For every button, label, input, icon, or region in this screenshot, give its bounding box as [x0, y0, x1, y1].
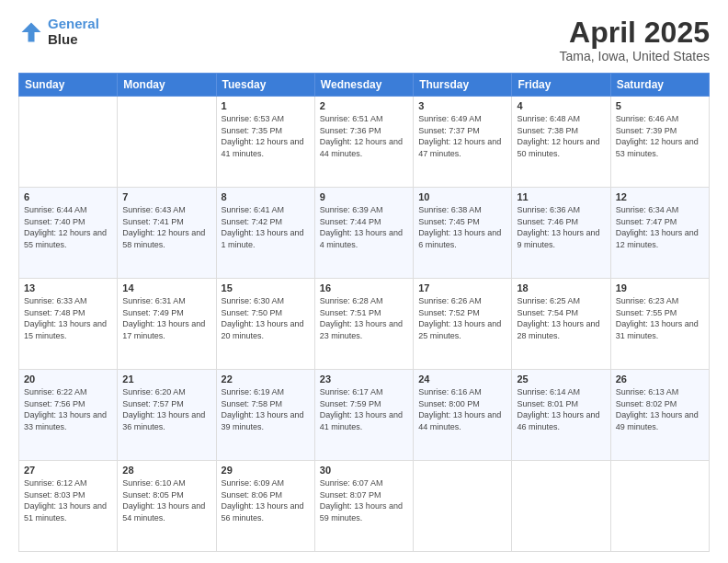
col-tuesday: Tuesday: [216, 74, 314, 97]
day-number: 29: [222, 465, 310, 476]
calendar-cell: 28 Sunrise: 6:10 AMSunset: 8:05 PMDaylig…: [118, 461, 216, 552]
day-number: 8: [222, 191, 310, 202]
day-number: 3: [418, 100, 506, 111]
day-info: Sunrise: 6:36 AMSunset: 7:46 PMDaylight:…: [517, 204, 605, 250]
calendar-cell: [118, 97, 216, 188]
day-info: Sunrise: 6:49 AMSunset: 7:37 PMDaylight:…: [418, 113, 506, 159]
calendar-cell: 13 Sunrise: 6:33 AMSunset: 7:48 PMDaylig…: [19, 279, 118, 370]
calendar-cell: 6 Sunrise: 6:44 AMSunset: 7:40 PMDayligh…: [19, 188, 118, 279]
day-info: Sunrise: 6:33 AMSunset: 7:48 PMDaylight:…: [24, 295, 112, 341]
day-number: 27: [24, 465, 112, 476]
calendar-table: Sunday Monday Tuesday Wednesday Thursday…: [18, 73, 710, 552]
day-number: 5: [616, 100, 704, 111]
day-info: Sunrise: 6:13 AMSunset: 8:02 PMDaylight:…: [616, 386, 704, 432]
calendar-cell: 16 Sunrise: 6:28 AMSunset: 7:51 PMDaylig…: [314, 279, 413, 370]
day-info: Sunrise: 6:22 AMSunset: 7:56 PMDaylight:…: [24, 386, 112, 432]
day-number: 19: [616, 282, 704, 293]
day-number: 13: [24, 282, 112, 293]
day-number: 15: [222, 282, 310, 293]
calendar-cell: 3 Sunrise: 6:49 AMSunset: 7:37 PMDayligh…: [414, 97, 512, 188]
calendar-cell: 27 Sunrise: 6:12 AMSunset: 8:03 PMDaylig…: [19, 461, 118, 552]
calendar-cell: 21 Sunrise: 6:20 AMSunset: 7:57 PMDaylig…: [118, 370, 216, 461]
calendar-cell: 2 Sunrise: 6:51 AMSunset: 7:36 PMDayligh…: [314, 97, 413, 188]
day-info: Sunrise: 6:09 AMSunset: 8:06 PMDaylight:…: [222, 477, 310, 523]
calendar-cell: 30 Sunrise: 6:07 AMSunset: 8:07 PMDaylig…: [314, 461, 413, 552]
day-number: 20: [24, 373, 112, 385]
day-number: 23: [320, 373, 408, 385]
calendar-cell: 14 Sunrise: 6:31 AMSunset: 7:49 PMDaylig…: [118, 279, 216, 370]
col-saturday: Saturday: [610, 74, 709, 97]
logo-text: General Blue: [48, 17, 99, 47]
calendar-cell: 10 Sunrise: 6:38 AMSunset: 7:45 PMDaylig…: [414, 188, 512, 279]
calendar-cell: 26 Sunrise: 6:13 AMSunset: 8:02 PMDaylig…: [610, 370, 709, 461]
day-number: 21: [122, 373, 210, 385]
calendar-cell: 12 Sunrise: 6:34 AMSunset: 7:47 PMDaylig…: [610, 188, 709, 279]
day-number: 28: [122, 465, 210, 476]
calendar-cell: 24 Sunrise: 6:16 AMSunset: 8:00 PMDaylig…: [414, 370, 512, 461]
logo-icon: [18, 19, 44, 45]
calendar-cell: 11 Sunrise: 6:36 AMSunset: 7:46 PMDaylig…: [512, 188, 610, 279]
calendar-cell: 18 Sunrise: 6:25 AMSunset: 7:54 PMDaylig…: [512, 279, 610, 370]
day-info: Sunrise: 6:31 AMSunset: 7:49 PMDaylight:…: [122, 295, 210, 341]
subtitle: Tama, Iowa, United States: [560, 49, 710, 63]
day-info: Sunrise: 6:34 AMSunset: 7:47 PMDaylight:…: [616, 204, 704, 250]
svg-marker-0: [22, 22, 41, 41]
day-info: Sunrise: 6:23 AMSunset: 7:55 PMDaylight:…: [616, 295, 704, 341]
calendar-header-row: Sunday Monday Tuesday Wednesday Thursday…: [19, 74, 710, 97]
calendar-cell: 9 Sunrise: 6:39 AMSunset: 7:44 PMDayligh…: [314, 188, 413, 279]
day-info: Sunrise: 6:12 AMSunset: 8:03 PMDaylight:…: [24, 477, 112, 523]
col-friday: Friday: [512, 74, 610, 97]
day-number: 24: [418, 373, 506, 385]
day-info: Sunrise: 6:17 AMSunset: 7:59 PMDaylight:…: [320, 386, 408, 432]
day-info: Sunrise: 6:28 AMSunset: 7:51 PMDaylight:…: [320, 295, 408, 341]
calendar-cell: 8 Sunrise: 6:41 AMSunset: 7:42 PMDayligh…: [216, 188, 314, 279]
day-info: Sunrise: 6:46 AMSunset: 7:39 PMDaylight:…: [616, 113, 704, 159]
day-number: 10: [418, 191, 506, 202]
calendar-cell: 5 Sunrise: 6:46 AMSunset: 7:39 PMDayligh…: [610, 97, 709, 188]
calendar-cell: 29 Sunrise: 6:09 AMSunset: 8:06 PMDaylig…: [216, 461, 314, 552]
day-number: 4: [517, 100, 605, 111]
day-info: Sunrise: 6:14 AMSunset: 8:01 PMDaylight:…: [517, 386, 605, 432]
day-number: 1: [222, 100, 310, 111]
day-info: Sunrise: 6:16 AMSunset: 8:00 PMDaylight:…: [418, 386, 506, 432]
day-number: 14: [122, 282, 210, 293]
calendar-week-4: 20 Sunrise: 6:22 AMSunset: 7:56 PMDaylig…: [19, 370, 710, 461]
day-number: 12: [616, 191, 704, 202]
col-thursday: Thursday: [414, 74, 512, 97]
day-info: Sunrise: 6:53 AMSunset: 7:35 PMDaylight:…: [222, 113, 310, 159]
calendar-cell: 7 Sunrise: 6:43 AMSunset: 7:41 PMDayligh…: [118, 188, 216, 279]
calendar-cell: 17 Sunrise: 6:26 AMSunset: 7:52 PMDaylig…: [414, 279, 512, 370]
day-number: 2: [320, 100, 408, 111]
day-info: Sunrise: 6:10 AMSunset: 8:05 PMDaylight:…: [122, 477, 210, 523]
calendar-cell: [19, 97, 118, 188]
day-number: 18: [517, 282, 605, 293]
calendar-week-3: 13 Sunrise: 6:33 AMSunset: 7:48 PMDaylig…: [19, 279, 710, 370]
day-info: Sunrise: 6:39 AMSunset: 7:44 PMDaylight:…: [320, 204, 408, 250]
day-number: 11: [517, 191, 605, 202]
day-number: 6: [24, 191, 112, 202]
calendar-cell: 20 Sunrise: 6:22 AMSunset: 7:56 PMDaylig…: [19, 370, 118, 461]
day-number: 22: [222, 373, 310, 385]
title-block: April 2025 Tama, Iowa, United States: [560, 17, 710, 63]
day-number: 25: [517, 373, 605, 385]
day-info: Sunrise: 6:41 AMSunset: 7:42 PMDaylight:…: [222, 204, 310, 250]
calendar-cell: [610, 461, 709, 552]
day-info: Sunrise: 6:43 AMSunset: 7:41 PMDaylight:…: [122, 204, 210, 250]
header: General Blue April 2025 Tama, Iowa, Unit…: [18, 17, 710, 63]
calendar-cell: [414, 461, 512, 552]
day-number: 30: [320, 465, 408, 476]
col-monday: Monday: [118, 74, 216, 97]
calendar-cell: 15 Sunrise: 6:30 AMSunset: 7:50 PMDaylig…: [216, 279, 314, 370]
day-number: 16: [320, 282, 408, 293]
day-info: Sunrise: 6:48 AMSunset: 7:38 PMDaylight:…: [517, 113, 605, 159]
calendar-cell: [512, 461, 610, 552]
calendar-week-2: 6 Sunrise: 6:44 AMSunset: 7:40 PMDayligh…: [19, 188, 710, 279]
calendar-week-5: 27 Sunrise: 6:12 AMSunset: 8:03 PMDaylig…: [19, 461, 710, 552]
calendar-week-1: 1 Sunrise: 6:53 AMSunset: 7:35 PMDayligh…: [19, 97, 710, 188]
main-title: April 2025: [560, 17, 710, 49]
day-number: 9: [320, 191, 408, 202]
page: General Blue April 2025 Tama, Iowa, Unit…: [0, 0, 728, 563]
calendar-cell: 19 Sunrise: 6:23 AMSunset: 7:55 PMDaylig…: [610, 279, 709, 370]
day-info: Sunrise: 6:19 AMSunset: 7:58 PMDaylight:…: [222, 386, 310, 432]
day-info: Sunrise: 6:30 AMSunset: 7:50 PMDaylight:…: [222, 295, 310, 341]
